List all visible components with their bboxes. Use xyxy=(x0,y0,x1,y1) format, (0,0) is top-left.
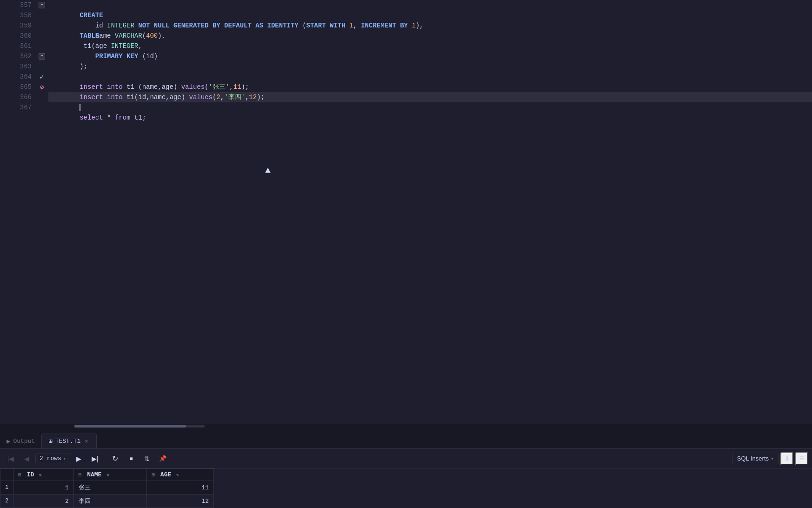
table-header-row: ⊞ ID ⇅ ⊞ NAME ⇅ ⊞ AGE ⇅ xyxy=(0,469,214,481)
rest2-358 xyxy=(169,22,173,29)
tab-test-t1-label[interactable]: TEST.T1 xyxy=(55,438,81,445)
kw-not: NOT NULL xyxy=(138,22,169,29)
num-11: 11 xyxy=(233,83,241,91)
line-num-367: 367 xyxy=(0,102,32,113)
line-num-365: 365 xyxy=(0,82,32,92)
editor-area[interactable]: 357 358 359 360 361 362 363 364 365 366 … xyxy=(0,0,812,428)
comma-360: , xyxy=(138,42,142,50)
type-varchar: VARCHAR xyxy=(115,32,142,40)
kw-generated: GENERATED BY DEFAULT AS IDENTITY xyxy=(173,22,299,29)
col-icon-id: ⊞ xyxy=(18,472,21,478)
col-icon-name: ⊞ xyxy=(79,472,82,478)
indent-359: name xyxy=(80,32,115,40)
line-num-357: 357 xyxy=(0,0,32,10)
chevron-down-icon: ▾ xyxy=(63,456,66,461)
num-1a: 1 xyxy=(346,22,353,29)
code-line-357[interactable]: CREATE TABLE t1( xyxy=(48,0,812,10)
code-line-362[interactable]: ); xyxy=(48,51,812,61)
test-t1-tab-icon: ⊞ xyxy=(48,437,52,445)
code-line-363[interactable] xyxy=(48,61,812,72)
str-lisi: '李四' xyxy=(224,94,245,101)
table-row[interactable]: 2 2 李四 12 xyxy=(0,495,214,508)
cell-name-2[interactable]: 李四 xyxy=(73,495,147,508)
col-label-name: NAME xyxy=(87,471,101,478)
line-num-358: 358 xyxy=(0,10,32,20)
bottom-panel: ▶ Output ⊞ TEST.T1 ✕ |◀ ◀ 2 rows ▾ ▶ ▶| … xyxy=(0,431,812,508)
cell-id-1[interactable]: 1 xyxy=(13,481,74,495)
export-rows-button[interactable]: ⇅ xyxy=(140,452,154,465)
num-400: 400 xyxy=(146,32,158,40)
gutter-358 xyxy=(37,10,47,20)
kw-start: START WITH xyxy=(306,22,346,29)
data-table-wrapper: ⊞ ID ⇅ ⊞ NAME ⇅ ⊞ AGE ⇅ xyxy=(0,468,812,508)
code-line-367[interactable]: select * from t1; xyxy=(48,102,812,113)
type-integer-360: INTEGER xyxy=(111,42,138,50)
kw-insert-365: insert xyxy=(80,94,103,101)
tab-close-test-t1[interactable]: ✕ xyxy=(83,437,89,445)
horizontal-scrollbar[interactable] xyxy=(0,424,812,428)
num-12: 12 xyxy=(249,94,257,101)
fold-marker-362[interactable]: − xyxy=(37,51,47,61)
tbl-364: t1 (name,age) xyxy=(123,83,181,91)
sql-inserts-label: SQL Inserts xyxy=(737,455,769,462)
prev-page-button[interactable]: ◀ xyxy=(20,452,33,465)
column-header-id[interactable]: ⊞ ID ⇅ xyxy=(13,469,74,481)
gutter-363 xyxy=(37,61,47,72)
close-359: ), xyxy=(158,32,166,40)
line-num-360: 360 xyxy=(0,31,32,41)
kw-insert-364: insert xyxy=(80,83,103,91)
next-page-button[interactable]: ▶ xyxy=(72,452,86,465)
column-header-age[interactable]: ⊞ AGE ⇅ xyxy=(147,469,214,481)
rows-count-dropdown[interactable]: 2 rows ▾ xyxy=(35,454,70,463)
tbl-367: t1; xyxy=(130,114,146,121)
num-1b: 1 xyxy=(408,22,416,29)
rest-367: * xyxy=(103,114,115,121)
gutter-360 xyxy=(37,31,47,41)
tab-test-t1[interactable]: ⊞ TEST.T1 ✕ xyxy=(41,434,96,448)
row-num-2: 2 xyxy=(0,495,13,508)
rest-359: ( xyxy=(142,32,146,40)
scrollbar-track[interactable] xyxy=(74,425,205,428)
last-page-button[interactable]: ▶| xyxy=(88,452,102,465)
cell-name-1[interactable]: 张三 xyxy=(73,481,147,495)
sql-inserts-button[interactable]: SQL Inserts ▾ xyxy=(732,453,779,464)
results-table: ⊞ ID ⇅ ⊞ NAME ⇅ ⊞ AGE ⇅ xyxy=(0,468,214,508)
stop-button[interactable]: ■ xyxy=(124,452,138,465)
code-line-364[interactable]: insert into t1 (name,age) values('张三',11… xyxy=(48,72,812,82)
text-cursor xyxy=(80,104,80,111)
output-tab-icon: ▶ xyxy=(7,437,10,445)
sort-icon-name[interactable]: ⇅ xyxy=(106,473,109,478)
kw-values-364: values xyxy=(181,83,205,91)
rows-count-label: 2 rows xyxy=(40,455,61,462)
comma-364: , xyxy=(229,83,233,91)
refresh-button[interactable]: ↻ xyxy=(108,452,122,465)
column-header-name[interactable]: ⊞ NAME ⇅ xyxy=(73,469,147,481)
err-icon-365: ⊘ xyxy=(40,83,44,91)
close-362: ); xyxy=(80,63,87,70)
fold-marker-357[interactable]: − xyxy=(37,0,47,10)
code-line-361[interactable]: PRIMARY KEY (id) xyxy=(48,41,812,51)
cell-age-1[interactable]: 11 xyxy=(147,481,214,495)
status-err-365: ⊘ xyxy=(37,82,47,92)
close-365: ); xyxy=(257,94,265,101)
tab-output-label[interactable]: Output xyxy=(13,438,35,445)
line-num-366: 366 xyxy=(0,92,32,102)
code-lines[interactable]: CREATE TABLE t1( id INTEGER NOT NULL GEN… xyxy=(47,0,812,424)
scrollbar-thumb[interactable] xyxy=(74,425,186,428)
kw-into-364: into xyxy=(107,83,123,91)
sort-icon-age[interactable]: ⇅ xyxy=(176,473,179,478)
download-button[interactable]: ⬇ xyxy=(780,452,793,465)
cell-age-2[interactable]: 12 xyxy=(147,495,214,508)
keyword-create: CREATE xyxy=(80,12,103,19)
table-row[interactable]: 1 1 张三 11 xyxy=(0,481,214,495)
line-num-359: 359 xyxy=(0,20,32,31)
cell-id-2[interactable]: 2 xyxy=(13,495,74,508)
pin-button[interactable]: 📌 xyxy=(156,452,170,465)
kw-from-367: from xyxy=(115,114,131,121)
code-line-358[interactable]: id INTEGER NOT NULL GENERATED BY DEFAULT… xyxy=(48,10,812,20)
first-page-button[interactable]: |◀ xyxy=(4,452,18,465)
sort-icon-id[interactable]: ⇅ xyxy=(39,473,42,478)
tab-output[interactable]: ▶ Output xyxy=(0,434,41,448)
filter-button[interactable]: ≡ xyxy=(795,452,808,465)
line-numbers: 357 358 359 360 361 362 363 364 365 366 … xyxy=(0,0,37,424)
